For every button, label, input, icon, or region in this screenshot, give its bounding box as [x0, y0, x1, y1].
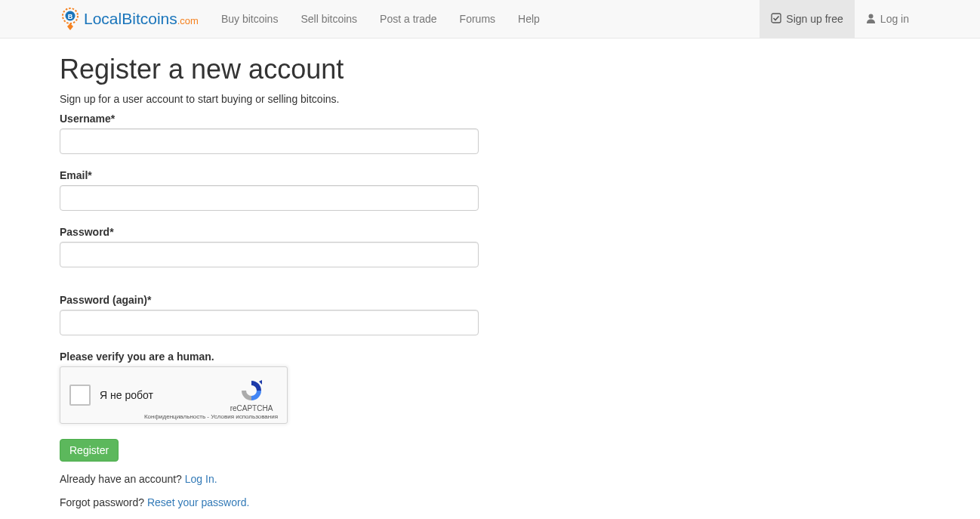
- register-button[interactable]: Register: [60, 439, 119, 462]
- recaptcha-brand: reCAPTCHA: [225, 378, 278, 412]
- password-again-label: Password (again)*: [60, 294, 479, 306]
- recaptcha-terms[interactable]: Конфиденциальность - Условия использован…: [144, 413, 278, 420]
- login-label: Log in: [880, 13, 909, 25]
- nav-help[interactable]: Help: [507, 2, 551, 36]
- email-input[interactable]: [60, 185, 479, 211]
- nav-sell-bitcoins[interactable]: Sell bitcoins: [289, 2, 368, 36]
- reset-password-link[interactable]: Reset your password.: [147, 496, 249, 508]
- login-link[interactable]: Log in: [855, 0, 920, 38]
- check-square-icon: [771, 13, 781, 26]
- already-have-account: Already have an account? Log In.: [60, 473, 479, 485]
- logo-icon: B: [60, 7, 81, 31]
- logo-text-sub: .com: [177, 15, 199, 26]
- password-again-input[interactable]: [60, 310, 479, 335]
- nav-buy-bitcoins[interactable]: Buy bitcoins: [210, 2, 289, 36]
- signup-link[interactable]: Sign up free: [760, 0, 855, 38]
- forgot-password: Forgot password? Reset your password.: [60, 496, 479, 508]
- logo-link[interactable]: B LocalBitcoins.com: [60, 1, 210, 37]
- email-label: Email*: [60, 169, 479, 181]
- signup-label: Sign up free: [786, 13, 843, 25]
- recaptcha-widget: Я не робот reCAPTCHA Конфиденциальность …: [60, 366, 288, 424]
- recaptcha-checkbox[interactable]: [69, 385, 91, 406]
- svg-rect-3: [772, 14, 781, 23]
- page-subtitle: Sign up for a user account to start buyi…: [60, 93, 920, 105]
- user-icon: [866, 13, 876, 26]
- nav-links: Buy bitcoins Sell bitcoins Post a trade …: [210, 2, 551, 36]
- logo-text-main: LocalBitcoins: [84, 10, 177, 28]
- recaptcha-checkbox-label: Я не робот: [100, 389, 225, 401]
- captcha-heading: Please verify you are a human.: [60, 351, 479, 363]
- password-label: Password*: [60, 226, 479, 238]
- page-title: Register a new account: [60, 54, 920, 85]
- nav-forums[interactable]: Forums: [448, 2, 507, 36]
- nav-post-trade[interactable]: Post a trade: [368, 2, 448, 36]
- svg-marker-5: [259, 380, 262, 385]
- already-text: Already have an account?: [60, 473, 185, 485]
- login-inline-link[interactable]: Log In.: [185, 473, 217, 485]
- page-header: Register a new account Sign up for a use…: [60, 54, 920, 105]
- recaptcha-brand-text: reCAPTCHA: [225, 404, 278, 412]
- svg-point-4: [868, 14, 873, 18]
- svg-text:B: B: [68, 13, 73, 20]
- username-input[interactable]: [60, 128, 479, 154]
- forgot-text: Forgot password?: [60, 496, 147, 508]
- register-form: Username* Email* Password* Password (aga…: [60, 113, 479, 508]
- top-navbar: B LocalBitcoins.com Buy bitcoins Sell bi…: [0, 0, 980, 39]
- password-input[interactable]: [60, 242, 479, 267]
- recaptcha-icon: [239, 378, 263, 403]
- username-label: Username*: [60, 113, 479, 125]
